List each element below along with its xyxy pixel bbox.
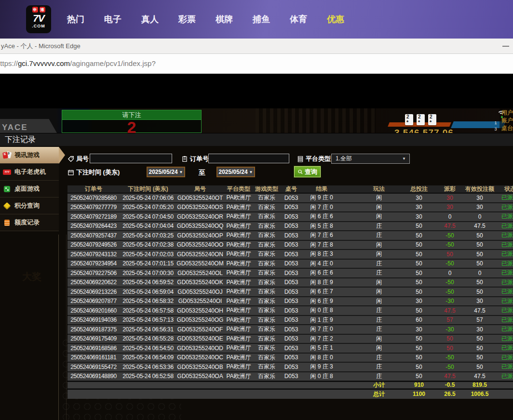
sidebar-item-label: 桌面游戏: [14, 184, 40, 193]
sidebar-item-桌面游戏[interactable]: 桌面游戏: [0, 181, 59, 197]
table-cell: 250524069187375: [68, 326, 120, 333]
column-header: 平台类型: [224, 185, 254, 193]
table-cell: PA欧洲厅: [224, 344, 254, 352]
table-cell: GD053255240OS: [176, 204, 224, 210]
sidebar-item-label: 积分查询: [14, 201, 40, 210]
sidebar-item-电子老虎机[interactable]: 777电子老虎机: [0, 164, 59, 181]
table-cell: 47.5: [464, 223, 496, 229]
total-row: 总计110026.51006.5: [68, 389, 513, 399]
table-cell: PA欧洲厅: [224, 194, 254, 202]
address-url[interactable]: https://gci.7vvvvvv.com/agingame/pcv1/in…: [0, 54, 156, 73]
table-cell: 2025-05-24 06:57:58: [120, 307, 176, 314]
table-cell: 闲 9 庄 3: [303, 363, 340, 371]
table-cell: 50: [402, 241, 436, 248]
table-cell: 250524069201660: [68, 307, 120, 314]
sidebar-item-积分查询[interactable]: 积分查询: [0, 197, 59, 214]
table-cell: 已派彩: [496, 335, 513, 343]
clipboard-icon: [181, 156, 188, 162]
letterbox-strip: [0, 74, 513, 108]
logo-suffix: .COM: [32, 24, 45, 28]
nav-item-热门[interactable]: 热门: [67, 13, 84, 25]
date-from-picker[interactable]: 2025/05/24▼: [147, 167, 185, 177]
table-cell: 50: [464, 251, 496, 258]
table-cell: 50: [464, 289, 496, 295]
browser-titlebar: yAce - 个人 - Microsoft Edge: [0, 39, 513, 54]
table-cell: D053: [280, 270, 303, 276]
search-button[interactable]: 查询: [294, 166, 321, 177]
nav-item-真人[interactable]: 真人: [141, 13, 159, 25]
table-cell: D053: [280, 260, 303, 267]
nav-item-电子[interactable]: 电子: [104, 13, 122, 25]
table-cell: 50: [402, 345, 436, 352]
table-cell: 百家乐: [254, 278, 280, 287]
dealt-cards: 2♠2♠2♠: [405, 114, 436, 125]
table-cell: GD053255240OQ: [176, 223, 224, 229]
table-cell: 910: [402, 381, 436, 388]
to-label: 至: [199, 169, 205, 177]
chevron-down-icon: ▼: [179, 170, 183, 174]
minimize-icon[interactable]: [502, 46, 509, 47]
table-cell: 2025-05-24 06:54:50: [120, 345, 176, 352]
table-cell: 30: [402, 213, 436, 220]
table-cell: GD053255240OP: [176, 232, 224, 239]
nav-item-优惠[interactable]: 优惠: [327, 13, 344, 25]
browser-urlbar[interactable]: https://gci.7vvvvvv.com/agingame/pcv1/in…: [0, 54, 513, 74]
table-cell: 庄: [356, 306, 402, 315]
table-cell: 1100: [402, 391, 436, 397]
column-header: 玩法: [356, 185, 402, 193]
sidebar-item-label: 视讯游戏: [14, 151, 40, 159]
table-cell: 50: [464, 232, 496, 239]
table-cell: 已派彩: [496, 297, 513, 305]
table-cell: D053: [280, 289, 303, 295]
table-cell: 2025-05-24 06:52:58: [120, 373, 176, 380]
table-cell: 已派彩: [496, 325, 513, 333]
table-row: 2505240691754092025-05-24 06:55:28GD0532…: [68, 335, 513, 344]
table-cell: -50: [436, 279, 464, 286]
round-input[interactable]: [90, 154, 172, 163]
table-cell: PA欧洲厅: [224, 278, 254, 287]
table-row: 2505240792644232025-05-24 07:04:04GD0532…: [68, 222, 513, 232]
sidebar-item-视讯游戏[interactable]: 9K视讯游戏: [0, 147, 59, 164]
table-cell: 250524079243132: [68, 251, 120, 258]
table-cell: 已派彩: [496, 316, 513, 324]
table-cell: GD053255240OI: [176, 298, 224, 304]
table-cell: 已派彩: [496, 250, 513, 258]
table-cell: 47.5: [436, 307, 464, 314]
platform-label: 平台类型: [297, 155, 331, 163]
table-cell: 闲: [356, 344, 402, 352]
table-cell: 0: [436, 270, 464, 276]
table-cell: PA欧洲厅: [224, 241, 254, 249]
table-cell: GD053255240OG: [176, 316, 224, 323]
table-cell: PA欧洲厅: [224, 288, 254, 296]
table-cell: GD053255240OK: [176, 279, 224, 286]
table-header-row: 订单号下注时间 (美东)局号平台类型游戏类型桌号结果玩法总投注派彩有效投注额状态: [68, 185, 513, 194]
table-cell: 250524079234954: [68, 260, 120, 267]
table-cell: 百家乐: [254, 288, 280, 296]
order-input[interactable]: [208, 154, 289, 163]
table-cell: PA欧洲厅: [224, 269, 254, 277]
table-cell: PA欧洲厅: [224, 212, 254, 221]
table-cell: 30: [402, 326, 436, 333]
table-cell: 30: [402, 298, 436, 304]
platform-select[interactable]: 1.全部▼: [331, 154, 410, 164]
column-header: 有效投注额: [464, 185, 496, 193]
nav-item-捕鱼[interactable]: 捕鱼: [253, 13, 270, 25]
sidebar-item-label: 电子老虎机: [14, 168, 46, 176]
table-cell: -0.5: [436, 381, 464, 388]
table-cell: D053: [280, 213, 303, 220]
nav-item-彩票[interactable]: 彩票: [178, 13, 196, 25]
site-logo[interactable]: 申 博 7V .COM: [26, 5, 51, 33]
nav-item-体育[interactable]: 体育: [290, 13, 307, 25]
table-cell: 50: [436, 335, 464, 342]
table-cell: PA欧洲厅: [224, 231, 254, 239]
table-cell: 已派彩: [496, 269, 513, 277]
nav-item-棋牌[interactable]: 棋牌: [216, 13, 233, 25]
table-cell: 250524069168586: [68, 345, 120, 352]
date-to-picker[interactable]: 2025/05/24▼: [216, 167, 255, 177]
table-cell: 50: [402, 307, 436, 314]
chevron-down-icon: ▼: [402, 157, 406, 161]
table-cell: 250524079249526: [68, 241, 120, 248]
table-row: 2505240792349542025-05-24 07:01:15GD0532…: [68, 260, 513, 269]
table-cell: D053: [280, 251, 303, 258]
sidebar-item-额度记录[interactable]: 额度记录: [0, 214, 59, 231]
